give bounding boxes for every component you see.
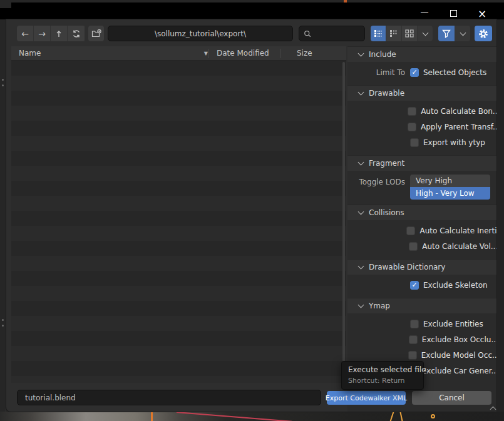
- chevron-down-icon: [358, 51, 364, 57]
- create-directory-button[interactable]: [88, 26, 104, 41]
- viewport-red-edge: [177, 412, 292, 421]
- filter-group: [438, 26, 470, 41]
- refresh-button[interactable]: [68, 26, 85, 41]
- export-codewalker-xml-button[interactable]: Export Codewalker XML: [327, 391, 406, 405]
- checkbox-label[interactable]: Exclude Box Occlu...: [422, 335, 496, 344]
- checkbox-label[interactable]: Exclude Skeleton: [423, 281, 488, 290]
- lod-option-label: Very High: [416, 176, 452, 185]
- new-folder-icon: [91, 29, 101, 38]
- checkbox-apply-parent-transforms[interactable]: ✓: [408, 123, 416, 131]
- lod-option-very-high[interactable]: Very High: [410, 175, 490, 187]
- path-field[interactable]: [108, 26, 293, 41]
- background-3d-viewport: [0, 412, 504, 421]
- viewport-bone-joint: [431, 414, 435, 418]
- checkbox-label[interactable]: Apply Parent Transf...: [421, 123, 496, 131]
- checkbox-label[interactable]: Selected Objects: [423, 68, 486, 77]
- horizontal-list-icon: [389, 29, 399, 38]
- file-list-body[interactable]: [11, 61, 346, 383]
- search-field[interactable]: [299, 26, 365, 41]
- checkbox-exclude-skeleton[interactable]: ✓: [410, 281, 419, 290]
- close-icon: ×: [478, 8, 486, 20]
- section-title: Fragment: [369, 159, 404, 168]
- cancel-button[interactable]: Cancel: [412, 391, 491, 405]
- checkbox-selected-objects[interactable]: ✓: [410, 68, 419, 77]
- path-input[interactable]: [108, 29, 292, 38]
- column-label: Date Modified: [217, 49, 269, 58]
- checkbox-label[interactable]: Auto Calculate Inertia: [419, 226, 496, 235]
- operator-settings-button[interactable]: [475, 26, 492, 41]
- chevron-up-icon: [490, 407, 496, 413]
- chevron-down-icon: [358, 302, 364, 308]
- panel-grip-dots: [2, 79, 4, 86]
- section-header-ymap[interactable]: Ymap: [347, 298, 496, 313]
- section-title: Drawable Dictionary: [369, 263, 445, 271]
- checkbox-exclude-model-occluders[interactable]: ✓: [408, 351, 417, 360]
- option-row: ✓ Auto Calculate Bon...: [347, 103, 496, 119]
- gear-icon: [478, 29, 488, 39]
- section-header-collisions[interactable]: Collisions: [347, 205, 496, 220]
- section-body-fragment: Toggle LODs Very High High - Very Low: [347, 171, 496, 205]
- filename-input[interactable]: [25, 393, 321, 402]
- filter-settings-dropdown[interactable]: [455, 26, 470, 41]
- export-button-label: Export Codewalker XML: [326, 394, 407, 402]
- section-title: Ymap: [369, 302, 390, 310]
- column-label: Size: [297, 49, 312, 58]
- section-header-drawable-dictionary[interactable]: Drawable Dictionary: [347, 259, 496, 275]
- check-icon: ✓: [411, 282, 417, 288]
- navigation-button-group: ← →: [17, 26, 85, 41]
- display-mode-group: [371, 26, 433, 41]
- resize-chevron-button[interactable]: [487, 405, 498, 412]
- checkbox-exclude-entities[interactable]: ✓: [410, 320, 419, 328]
- column-header-date-modified[interactable]: Date Modified: [208, 49, 280, 58]
- checkbox-label[interactable]: Exclude Car Gener...: [422, 367, 496, 375]
- checkbox-label[interactable]: Export with ytyp: [423, 138, 485, 147]
- section-header-drawable[interactable]: Drawable: [347, 85, 496, 101]
- minimize-icon: —: [421, 8, 429, 17]
- checkbox-label[interactable]: Auto Calculate Bon...: [421, 107, 496, 116]
- checkbox-label[interactable]: Auto Calculate Vol...: [422, 242, 496, 251]
- search-icon: [304, 29, 311, 38]
- lod-option-label: High - Very Low: [416, 189, 475, 198]
- file-list-scrollbar[interactable]: [342, 62, 345, 380]
- funnel-icon: [442, 29, 451, 38]
- column-header-name[interactable]: Name ▼: [11, 49, 208, 58]
- chevron-down-icon: [358, 160, 364, 166]
- window-titlebar: — ×: [0, 3, 504, 19]
- checkbox-auto-calculate-volume[interactable]: ✓: [409, 242, 418, 251]
- section-header-fragment[interactable]: Fragment: [347, 155, 496, 171]
- vertical-list-icon: [374, 29, 383, 38]
- option-row: ✓ Exclude Skeleton: [347, 277, 496, 293]
- forward-button[interactable]: →: [34, 26, 51, 41]
- display-horizontal-list-button[interactable]: [386, 26, 402, 41]
- display-vertical-list-button[interactable]: [371, 26, 386, 41]
- filter-toggle-button[interactable]: [438, 26, 455, 41]
- checkbox-auto-calculate-bones[interactable]: ✓: [408, 107, 416, 116]
- filename-field[interactable]: [17, 390, 321, 405]
- section-body-drawable: ✓ Auto Calculate Bon... ✓ Apply Parent T…: [347, 101, 496, 155]
- display-thumbnails-button[interactable]: [402, 26, 418, 41]
- option-row: ✓ Export with ytyp: [347, 134, 496, 150]
- viewport-orange-edge: [151, 412, 153, 421]
- section-header-include[interactable]: Include: [347, 46, 496, 62]
- checkbox-label[interactable]: Exclude Entities: [423, 320, 483, 328]
- back-button[interactable]: ←: [17, 26, 34, 41]
- chevron-down-icon: [358, 209, 364, 215]
- cancel-button-label: Cancel: [439, 393, 465, 402]
- checkbox-label[interactable]: Exclude Model Occ...: [421, 351, 496, 360]
- section-title: Collisions: [369, 208, 404, 217]
- option-row-limit-to: Limit To ✓ Selected Objects: [347, 64, 496, 80]
- export-options-panel: Include Limit To ✓ Selected Objects Draw…: [347, 46, 496, 412]
- checkbox-auto-calculate-inertia[interactable]: ✓: [406, 226, 415, 235]
- option-row: ✓ Auto Calculate Vol...: [347, 238, 496, 254]
- lod-option-high-very-low[interactable]: High - Very Low: [410, 187, 490, 200]
- check-icon: ✓: [411, 69, 417, 76]
- display-settings-dropdown[interactable]: [418, 26, 433, 41]
- parent-directory-button[interactable]: [51, 26, 68, 41]
- checkbox-export-with-ytyp[interactable]: ✓: [410, 138, 419, 147]
- chevron-down-icon: [358, 263, 364, 270]
- checkbox-exclude-box-occluders[interactable]: ✓: [409, 335, 418, 344]
- column-header-size[interactable]: Size: [281, 49, 312, 58]
- chevron-down-icon: [358, 89, 364, 96]
- tooltip: Execute selected file. Shortcut: Return: [341, 361, 424, 390]
- search-input[interactable]: [311, 29, 364, 38]
